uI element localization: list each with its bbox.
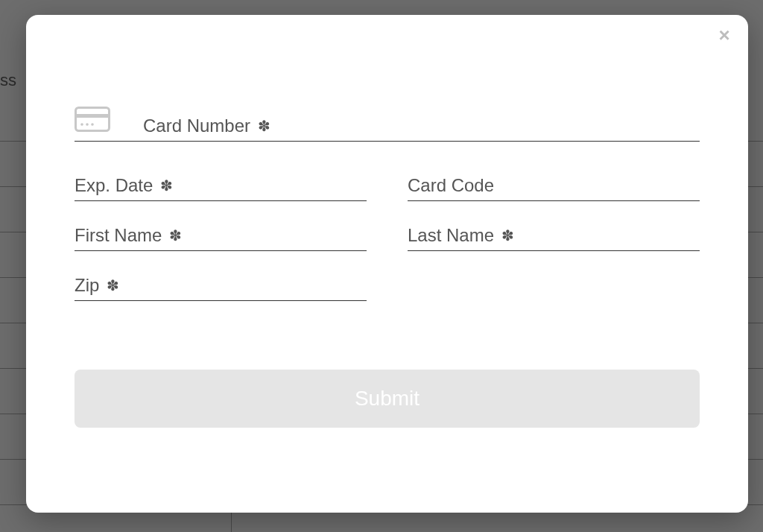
svg-rect-1 xyxy=(76,114,110,118)
svg-point-4 xyxy=(91,123,94,126)
required-icon: ✽ xyxy=(501,228,514,243)
required-icon: ✽ xyxy=(107,278,119,293)
svg-rect-0 xyxy=(76,108,110,131)
svg-point-2 xyxy=(80,123,83,126)
zip-field[interactable]: Zip ✽ xyxy=(75,275,367,301)
last-name-label: Last Name xyxy=(408,225,494,246)
payment-modal: × Card Number ✽ Exp. Date xyxy=(26,15,748,513)
close-button[interactable]: × xyxy=(714,25,735,46)
first-name-label: First Name xyxy=(75,225,162,246)
svg-point-3 xyxy=(86,123,89,126)
credit-card-icon xyxy=(75,107,110,136)
card-code-label: Card Code xyxy=(408,175,494,196)
last-name-field[interactable]: Last Name ✽ xyxy=(408,225,700,251)
required-icon: ✽ xyxy=(169,228,182,243)
submit-button[interactable]: Submit xyxy=(75,370,700,428)
card-number-label: Card Number xyxy=(143,115,250,136)
required-icon: ✽ xyxy=(258,118,270,133)
card-code-field[interactable]: Card Code xyxy=(408,175,700,201)
background-partial-text: ss xyxy=(0,71,16,90)
payment-form: Card Number ✽ Exp. Date ✽ Card Code Firs… xyxy=(41,28,733,428)
first-name-field[interactable]: First Name ✽ xyxy=(75,225,367,251)
card-number-field[interactable]: Card Number ✽ xyxy=(75,107,700,142)
exp-date-field[interactable]: Exp. Date ✽ xyxy=(75,175,367,201)
required-icon: ✽ xyxy=(160,178,173,193)
exp-date-label: Exp. Date xyxy=(75,175,153,196)
zip-label: Zip xyxy=(75,275,99,296)
